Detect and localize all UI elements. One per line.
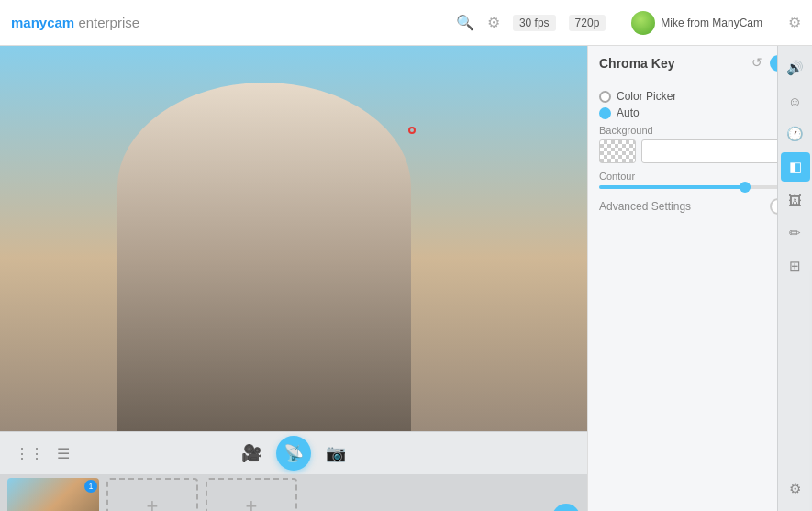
settings-icon[interactable]: ⚙ bbox=[487, 14, 500, 31]
topbar-icons: 🔍 ⚙ 30 fps 720p Mike from ManyCam ⚙ bbox=[456, 11, 801, 35]
fps-badge: 30 fps bbox=[513, 15, 556, 31]
gear-icon[interactable]: ⚙ bbox=[788, 14, 801, 31]
sidebar-icons: 🔊 ☺ 🕐 ◧ 🖼 ✏ ⊞ ⚙ bbox=[777, 46, 812, 511]
contour-slider-track[interactable] bbox=[599, 185, 801, 189]
user-name: Mike from ManyCam bbox=[661, 17, 762, 29]
topbar: manycam enterprise 🔍 ⚙ 30 fps 720p Mike … bbox=[0, 0, 812, 46]
panel-title: Chroma Key bbox=[599, 56, 674, 71]
thumbnail-badge: 1 bbox=[84, 480, 97, 493]
video-camera-icon[interactable]: 🎥 bbox=[241, 443, 261, 463]
color-picker-radio[interactable] bbox=[599, 91, 611, 103]
list-icon[interactable]: ☰ bbox=[57, 445, 70, 462]
video-area: ⋮⋮ ☰ 🎥 📡 📷 1 + + + bbox=[0, 46, 587, 511]
bottom-center-controls: 🎥 📡 📷 bbox=[241, 436, 346, 471]
broadcast-button[interactable]: 📡 bbox=[276, 436, 311, 471]
sidebar-icon-layers2[interactable]: ⊞ bbox=[781, 251, 810, 281]
sidebar-icon-clock[interactable]: 🕐 bbox=[781, 119, 810, 149]
contour-slider-fill bbox=[599, 185, 751, 189]
main-layout: ⋮⋮ ☰ 🎥 📡 📷 1 + + + Chroma Key bbox=[0, 46, 812, 511]
add-source-button[interactable]: + bbox=[552, 504, 580, 511]
background-label: Background bbox=[599, 125, 801, 136]
logo-brand: manycam bbox=[11, 15, 74, 30]
undo-icon[interactable]: ↺ bbox=[751, 55, 762, 72]
logo-tier: enterprise bbox=[78, 15, 139, 30]
advanced-settings-row: Advanced Settings bbox=[599, 198, 801, 215]
color-picker-option[interactable]: Color Picker bbox=[599, 90, 801, 103]
bottom-left-icons: ⋮⋮ ☰ bbox=[15, 445, 70, 462]
snapshot-icon[interactable]: 📷 bbox=[326, 443, 346, 463]
sidebar-icon-chroma[interactable]: ◧ bbox=[781, 152, 810, 182]
add-layer-button-2[interactable]: + bbox=[206, 478, 297, 511]
bottom-controls: ⋮⋮ ☰ 🎥 📡 📷 bbox=[0, 431, 587, 474]
avatar bbox=[631, 11, 655, 35]
contour-slider-knob[interactable] bbox=[740, 182, 751, 193]
thumbnail-item[interactable]: 1 bbox=[7, 478, 99, 511]
color-picker-label: Color Picker bbox=[617, 90, 676, 103]
auto-radio[interactable] bbox=[599, 107, 611, 119]
person-silhouette bbox=[117, 83, 411, 431]
contour-slider-row bbox=[599, 185, 801, 189]
sidebar-icon-face[interactable]: ☺ bbox=[781, 86, 810, 116]
video-preview bbox=[0, 46, 587, 431]
auto-option[interactable]: Auto bbox=[599, 106, 801, 119]
auto-label: Auto bbox=[617, 106, 640, 119]
background-select-row bbox=[599, 139, 801, 163]
advanced-label: Advanced Settings bbox=[599, 200, 691, 213]
contour-label: Contour bbox=[599, 171, 801, 182]
zoom-icon[interactable]: 🔍 bbox=[456, 14, 474, 31]
right-panel: Chroma Key ↺ Color Picker Auto Backgrou bbox=[587, 46, 812, 511]
sidebar-icon-photo[interactable]: 🖼 bbox=[781, 185, 810, 215]
sidebar-icon-brush[interactable]: ✏ bbox=[781, 218, 810, 248]
dropdown-wrapper: Logitech QuickCam Fusion 🎮 Game ▶ 📷 IP C… bbox=[408, 127, 416, 134]
thumbnails-row: 1 + + + bbox=[0, 474, 587, 511]
color-mode-group: Color Picker Auto bbox=[599, 90, 801, 119]
background-checker bbox=[599, 139, 636, 163]
more-options-icon[interactable]: ⋮⋮ bbox=[15, 445, 44, 462]
resolution-badge: 720p bbox=[569, 15, 606, 31]
sidebar-icon-volume[interactable]: 🔊 bbox=[781, 53, 810, 83]
add-layer-button-1[interactable]: + bbox=[106, 478, 198, 511]
app-logo: manycam enterprise bbox=[11, 15, 139, 30]
user-area: Mike from ManyCam bbox=[631, 11, 762, 35]
sidebar-icon-bottom[interactable]: ⚙ bbox=[781, 474, 810, 504]
